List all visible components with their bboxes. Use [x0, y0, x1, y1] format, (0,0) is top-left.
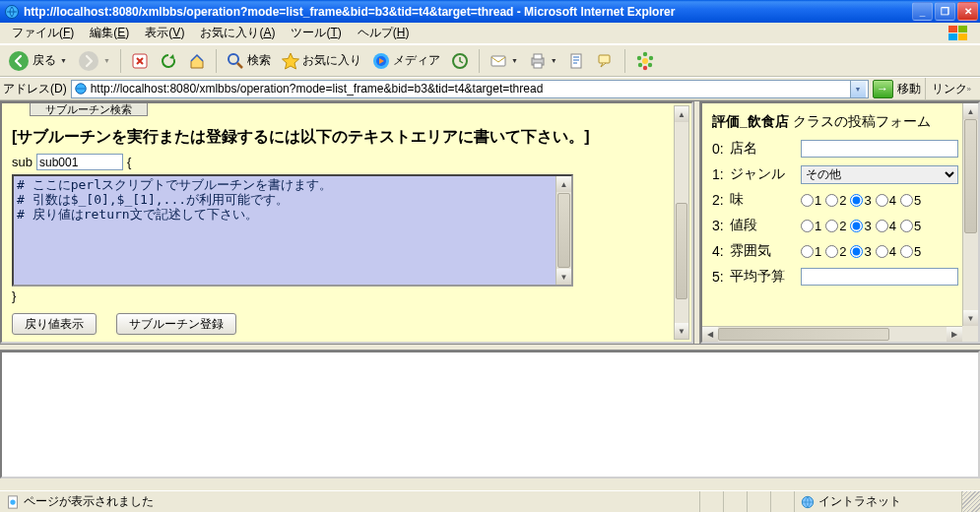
- sub-name-input[interactable]: [36, 154, 123, 170]
- maximize-button[interactable]: ❐: [935, 2, 955, 21]
- menu-view[interactable]: 表示(V): [137, 23, 192, 43]
- menu-tools[interactable]: ツール(T): [283, 23, 349, 43]
- favorites-button[interactable]: お気に入り: [278, 48, 365, 74]
- row-index: 1:: [712, 166, 730, 182]
- radio-input[interactable]: [876, 220, 888, 232]
- stop-button[interactable]: [127, 48, 153, 74]
- window-titlebar: http://localhost:8080/xmlbbs/operation?m…: [0, 0, 980, 23]
- frame-right-vscrollbar[interactable]: ▲▼: [962, 103, 978, 326]
- register-subroutine-button[interactable]: サブルーチン登録: [116, 313, 236, 335]
- radio-input[interactable]: [900, 245, 913, 258]
- svg-rect-17: [599, 55, 610, 63]
- radio-input[interactable]: [900, 194, 913, 207]
- content-area: サブルーチン検索 [サブルーチンを実行または登録するには以下のテキストエリアに書…: [0, 100, 980, 478]
- row-control: [801, 140, 966, 158]
- media-button[interactable]: メディア: [368, 48, 444, 74]
- row-label: 値段: [730, 217, 801, 234]
- radio-option[interactable]: 1: [801, 244, 821, 259]
- radio-option[interactable]: 3: [850, 193, 871, 208]
- ie-icon: [4, 4, 20, 20]
- radio-option[interactable]: 5: [900, 219, 921, 233]
- text-input[interactable]: [801, 268, 958, 286]
- radio-input[interactable]: [825, 194, 838, 207]
- radio-group: 12345: [801, 244, 966, 259]
- row-label: 雰囲気: [730, 242, 801, 260]
- menubar: ファイル(F) 編集(E) 表示(V) お気に入り(A) ツール(T) ヘルプ(…: [0, 23, 980, 44]
- frame-right-hscrollbar[interactable]: ◀▶: [702, 326, 962, 342]
- radio-input[interactable]: [825, 220, 838, 232]
- mail-button[interactable]: ▼: [486, 48, 522, 74]
- discuss-button[interactable]: [593, 48, 619, 74]
- resize-grip[interactable]: [962, 491, 980, 512]
- text-input[interactable]: [801, 140, 958, 158]
- radio-input[interactable]: [900, 220, 913, 232]
- search-button[interactable]: 検索: [223, 48, 275, 74]
- svg-rect-1: [948, 26, 957, 32]
- row-control: 12345: [801, 193, 966, 208]
- statusbar: ページが表示されました イントラネット: [0, 490, 980, 512]
- row-control: [801, 268, 966, 286]
- show-return-button[interactable]: 戻り値表示: [12, 313, 97, 335]
- refresh-button[interactable]: [156, 48, 181, 74]
- radio-option[interactable]: 4: [876, 193, 896, 208]
- radio-option[interactable]: 3: [850, 219, 871, 233]
- radio-option[interactable]: 5: [900, 244, 921, 259]
- menu-favorites[interactable]: お気に入り(A): [192, 23, 283, 43]
- minimize-button[interactable]: _: [912, 2, 933, 21]
- tab-subroutine-search[interactable]: サブルーチン検索: [30, 103, 148, 116]
- radio-option[interactable]: 5: [900, 193, 921, 208]
- edit-button[interactable]: [564, 48, 590, 74]
- history-button[interactable]: [447, 48, 473, 74]
- home-button[interactable]: [184, 48, 210, 74]
- radio-option[interactable]: 4: [876, 244, 896, 259]
- radio-input[interactable]: [876, 194, 888, 207]
- subroutine-textarea[interactable]: # ここにperlスクリプトでサブルーチンを書けます。 # 引数は$_[0],$…: [14, 176, 555, 285]
- vertical-splitter[interactable]: [693, 101, 700, 344]
- go-button[interactable]: →: [873, 80, 893, 98]
- horizontal-splitter[interactable]: [0, 344, 980, 351]
- svg-point-5: [9, 51, 29, 71]
- svg-rect-15: [534, 63, 542, 68]
- radio-option[interactable]: 1: [801, 219, 821, 233]
- back-button[interactable]: 戻る▼: [4, 48, 71, 74]
- radio-option[interactable]: 4: [876, 219, 896, 233]
- page-icon: [6, 495, 20, 509]
- radio-input[interactable]: [801, 220, 814, 232]
- links-button[interactable]: リンク »: [925, 78, 977, 99]
- radio-input[interactable]: [876, 245, 888, 258]
- close-button[interactable]: ✕: [957, 2, 978, 21]
- scroll-corner: [962, 326, 978, 342]
- radio-option[interactable]: 2: [825, 244, 846, 259]
- menu-edit[interactable]: 編集(E): [82, 23, 137, 43]
- radio-input[interactable]: [850, 245, 863, 258]
- go-label: 移動: [897, 81, 921, 97]
- status-message: ページが表示されました: [24, 493, 154, 510]
- radio-input[interactable]: [801, 194, 814, 207]
- radio-option[interactable]: 2: [825, 219, 846, 233]
- svg-rect-4: [958, 33, 967, 40]
- zone-icon: [801, 495, 815, 509]
- radio-option[interactable]: 3: [850, 244, 871, 259]
- row-index: 2:: [712, 192, 730, 208]
- menu-file[interactable]: ファイル(F): [4, 23, 82, 43]
- address-field[interactable]: ▼: [71, 80, 869, 98]
- svg-rect-12: [491, 56, 505, 66]
- status-message-panel: ページが表示されました: [0, 491, 700, 512]
- radio-input[interactable]: [801, 245, 814, 258]
- address-dropdown[interactable]: ▼: [850, 81, 866, 97]
- menu-help[interactable]: ヘルプ(H): [350, 23, 418, 43]
- frame-left-scrollbar[interactable]: ▲▼: [674, 105, 689, 340]
- icq-button[interactable]: [631, 48, 659, 74]
- radio-input[interactable]: [850, 220, 863, 232]
- radio-option[interactable]: 2: [825, 193, 846, 208]
- genre-select[interactable]: その他: [801, 165, 958, 184]
- radio-input[interactable]: [850, 194, 863, 207]
- radio-option[interactable]: 1: [801, 193, 821, 208]
- status-panel-3: [748, 491, 771, 512]
- form-row: 3:値段12345: [712, 216, 966, 235]
- textarea-scrollbar[interactable]: ▲▼: [555, 176, 571, 285]
- address-input[interactable]: [91, 82, 847, 96]
- forward-button[interactable]: ▼: [74, 48, 114, 74]
- print-button[interactable]: ▼: [525, 48, 561, 74]
- radio-input[interactable]: [825, 245, 838, 258]
